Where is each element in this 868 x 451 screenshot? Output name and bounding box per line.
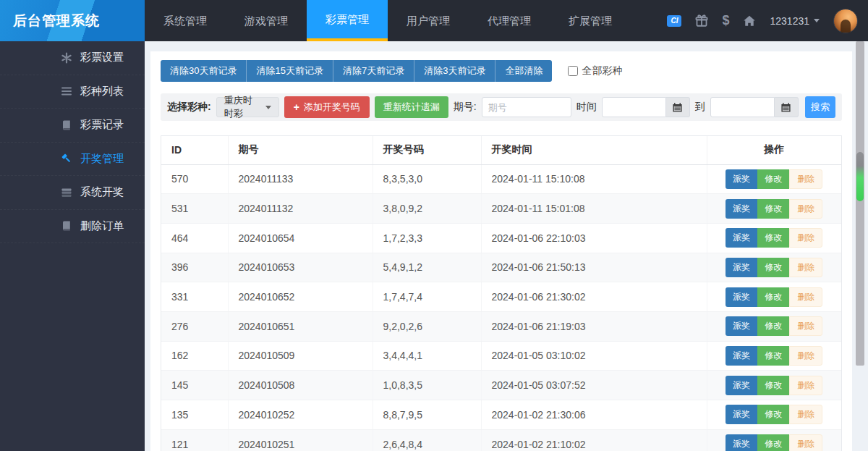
lottery-type-value: 重庆时时彩	[224, 94, 260, 120]
nav-item-user[interactable]: 用户管理	[388, 0, 469, 41]
sidebar-item-draw-management[interactable]: 开奖管理	[0, 143, 145, 177]
delete-button[interactable]: 删除	[789, 287, 822, 307]
book-icon	[61, 220, 72, 232]
clear-all-button[interactable]: 全部清除	[495, 60, 552, 82]
delete-button[interactable]: 删除	[789, 228, 822, 248]
clear-30days-button[interactable]: 清除30天前记录	[161, 60, 247, 82]
clear-3days-button[interactable]: 清除3天前记录	[414, 60, 495, 82]
nav-item-lottery[interactable]: 彩票管理	[307, 0, 388, 41]
cell-actions: 派奖 修改 删除	[707, 253, 841, 282]
delete-button[interactable]: 删除	[789, 434, 822, 451]
time-from-input[interactable]	[602, 97, 666, 117]
chevron-down-icon	[814, 19, 820, 22]
recount-missing-button[interactable]: 重新统计遗漏	[375, 96, 448, 118]
table-row: 135 2024010252 8,8,7,9,5 2024-01-02 21:3…	[161, 400, 841, 430]
delete-button[interactable]: 删除	[789, 405, 822, 424]
pay-button[interactable]: 派奖	[726, 376, 757, 395]
table-row: 162 2024010509 3,4,4,4,1 2024-01-05 03:1…	[161, 341, 841, 371]
sidebar-item-lottery-records[interactable]: 彩票记录	[0, 109, 145, 143]
delete-button[interactable]: 删除	[789, 199, 822, 219]
ci-badge-icon[interactable]: CI	[667, 15, 681, 27]
table-row: 464 2024010654 1,7,2,3,3 2024-01-06 22:1…	[161, 223, 841, 253]
pay-button[interactable]: 派奖	[726, 169, 757, 189]
cell-time: 2024-01-06 21:19:03	[481, 311, 707, 341]
edit-button[interactable]: 修改	[757, 199, 789, 219]
all-lottery-checkbox[interactable]	[568, 66, 578, 76]
nav-item-agent[interactable]: 代理管理	[469, 0, 550, 41]
user-menu[interactable]: 1231231	[770, 15, 820, 27]
lottery-type-select[interactable]: 重庆时时彩	[216, 97, 279, 117]
plus-icon: +	[294, 102, 299, 112]
nav-item-system[interactable]: 系统管理	[145, 0, 226, 41]
sidebar-item-label: 彩种列表	[80, 85, 124, 98]
pay-button[interactable]: 派奖	[726, 405, 757, 424]
col-header-numbers: 开奖号码	[373, 136, 481, 164]
time-from-group	[602, 97, 690, 117]
issue-input[interactable]	[482, 97, 571, 117]
admin-app: 后台管理系统 系统管理 游戏管理 彩票管理 用户管理 代理管理 扩展管理 CI …	[0, 0, 868, 451]
list-icon	[61, 85, 72, 97]
nav-item-game[interactable]: 游戏管理	[226, 0, 307, 41]
sidebar-item-system-draw[interactable]: 系统开奖	[0, 176, 145, 210]
sidebar-item-lottery-settings[interactable]: 彩票设置	[0, 41, 145, 75]
pay-button[interactable]: 派奖	[726, 316, 757, 336]
col-header-actions: 操作	[707, 136, 841, 164]
username: 1231231	[770, 15, 809, 27]
search-button[interactable]: 搜索	[805, 96, 835, 118]
avatar[interactable]	[833, 9, 858, 33]
delete-button[interactable]: 删除	[789, 346, 822, 366]
pay-button[interactable]: 派奖	[726, 434, 757, 451]
clear-15days-button[interactable]: 清除15天前记录	[247, 60, 333, 82]
to-label: 到	[695, 101, 705, 114]
sidebar-item-delete-orders[interactable]: 删除订单	[0, 210, 145, 244]
pay-button[interactable]: 派奖	[726, 228, 757, 248]
all-lottery-checkbox-wrap[interactable]: 全部彩种	[568, 64, 622, 77]
cell-id: 464	[161, 223, 228, 253]
edit-button[interactable]: 修改	[757, 228, 789, 248]
table-row: 531 2024011132 3,8,0,9,2 2024-01-11 15:0…	[161, 194, 841, 224]
pay-button[interactable]: 派奖	[726, 258, 757, 277]
pay-button[interactable]: 派奖	[726, 199, 757, 219]
sidebar-item-lottery-list[interactable]: 彩种列表	[0, 75, 145, 109]
cell-actions: 派奖 修改 删除	[707, 311, 841, 341]
cell-id: 570	[161, 164, 228, 194]
gavel-icon	[61, 153, 72, 164]
content-card: 清除30天前记录 清除15天前记录 清除7天前记录 清除3天前记录 全部清除 全…	[150, 51, 852, 451]
edit-button[interactable]: 修改	[757, 405, 789, 424]
cell-id: 162	[161, 341, 228, 371]
gift-icon[interactable]	[695, 14, 708, 28]
scrollbar-thumb[interactable]	[856, 152, 864, 201]
nav-item-extension[interactable]: 扩展管理	[550, 0, 631, 41]
time-to-input[interactable]	[710, 97, 775, 117]
select-lottery-label: 选择彩种:	[167, 101, 211, 114]
sidebar-item-label: 开奖管理	[80, 152, 124, 166]
delete-button[interactable]: 删除	[789, 169, 822, 189]
cell-issue: 2024011132	[228, 194, 373, 224]
cell-numbers: 2,6,4,8,4	[373, 429, 481, 451]
edit-button[interactable]: 修改	[757, 287, 789, 307]
edit-button[interactable]: 修改	[757, 434, 789, 451]
edit-button[interactable]: 修改	[757, 258, 789, 277]
dollar-icon[interactable]: $	[722, 13, 729, 28]
time-to-calendar-button[interactable]	[775, 97, 799, 117]
edit-button[interactable]: 修改	[757, 316, 789, 336]
pay-button[interactable]: 派奖	[726, 287, 757, 307]
cell-actions: 派奖 修改 删除	[707, 400, 841, 430]
time-from-calendar-button[interactable]	[666, 97, 690, 117]
clear-7days-button[interactable]: 清除7天前记录	[333, 60, 414, 82]
cell-time: 2024-01-06 21:30:02	[481, 282, 707, 312]
pay-button[interactable]: 派奖	[726, 346, 757, 366]
delete-button[interactable]: 删除	[789, 258, 822, 277]
cell-time: 2024-01-11 15:10:08	[481, 164, 707, 194]
edit-button[interactable]: 修改	[757, 346, 789, 366]
cell-issue: 2024010651	[228, 311, 373, 341]
home-icon[interactable]	[743, 14, 756, 28]
filter-bar: 选择彩种: 重庆时时彩 + 添加开奖号码 重新统计遗漏 期号: 时间	[161, 93, 842, 121]
delete-button[interactable]: 删除	[789, 316, 822, 336]
edit-button[interactable]: 修改	[757, 169, 789, 189]
cell-numbers: 3,4,4,4,1	[373, 341, 481, 371]
delete-button[interactable]: 删除	[789, 376, 822, 395]
edit-button[interactable]: 修改	[757, 376, 789, 395]
add-draw-number-button[interactable]: + 添加开奖号码	[284, 96, 370, 118]
cell-id: 531	[161, 194, 228, 224]
